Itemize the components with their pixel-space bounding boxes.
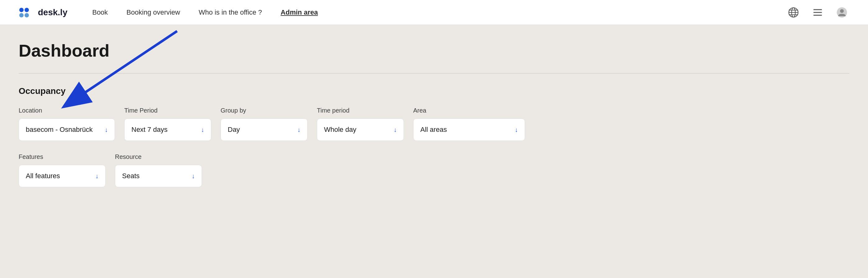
logo[interactable]: desk.ly [19,7,67,18]
nav-admin-area[interactable]: Admin area [281,8,318,17]
location-select[interactable]: basecom - Osnabrück ↓ [19,118,115,141]
group-by-select[interactable]: Day ↓ [221,118,308,141]
avatar-button[interactable] [834,5,849,20]
features-select[interactable]: All features ↓ [19,165,105,187]
svg-point-0 [19,8,24,12]
time-period-arrow-icon: ↓ [201,126,204,133]
features-label: Features [19,153,105,161]
area-value: All areas [420,126,447,134]
resource-label: Resource [115,153,202,161]
location-value: basecom - Osnabrück [26,126,93,134]
location-group: Location basecom - Osnabrück ↓ [19,107,115,141]
svg-point-3 [25,13,29,18]
svg-point-13 [840,9,844,13]
filter-row-2: Features All features ↓ Resource Seats ↓ [19,153,849,187]
main-content: Dashboard Occupancy Location basecom - O… [0,25,868,215]
header-right [786,5,849,20]
resource-arrow-icon: ↓ [192,173,195,180]
time-period2-select[interactable]: Whole day ↓ [317,118,404,141]
nav-who-in-office[interactable]: Who is in the office ? [199,8,262,17]
hamburger-icon [812,7,823,18]
group-by-group: Group by Day ↓ [221,107,308,141]
area-group: Area All areas ↓ [413,107,525,141]
header: desk.ly Book Booking overview Who is in … [0,0,868,25]
globe-button[interactable] [786,5,801,20]
time-period2-label: Time period [317,107,404,114]
occupancy-section: Occupancy Location basecom - Osnabrück ↓… [19,86,849,187]
time-period2-value: Whole day [324,126,356,134]
location-label: Location [19,107,115,114]
menu-button[interactable] [810,5,825,20]
divider [19,73,849,74]
group-by-label: Group by [221,107,308,114]
features-group: Features All features ↓ [19,153,105,187]
logo-label: desk.ly [38,7,67,18]
area-select[interactable]: All areas ↓ [413,118,525,141]
resource-select[interactable]: Seats ↓ [115,165,202,187]
nav-booking-overview[interactable]: Booking overview [126,8,180,17]
occupancy-title: Occupancy [19,86,849,96]
features-arrow-icon: ↓ [95,173,98,180]
resource-group: Resource Seats ↓ [115,153,202,187]
time-period-select[interactable]: Next 7 days ↓ [124,118,211,141]
nav-book[interactable]: Book [92,8,108,17]
filter-row-1: Location basecom - Osnabrück ↓ Time Peri… [19,107,849,141]
time-period2-group: Time period Whole day ↓ [317,107,404,141]
features-value: All features [26,172,60,180]
page-title: Dashboard [19,40,849,61]
svg-point-2 [19,13,24,18]
globe-icon [788,7,799,18]
time-period-label: Time Period [124,107,211,114]
location-arrow-icon: ↓ [105,126,108,133]
time-period-group: Time Period Next 7 days ↓ [124,107,211,141]
logo-svg [19,7,35,18]
main-nav: Book Booking overview Who is in the offi… [92,8,786,17]
svg-point-1 [25,8,29,12]
avatar-icon [836,7,847,18]
area-label: Area [413,107,525,114]
logo-icon [19,7,35,18]
time-period-value: Next 7 days [131,126,167,134]
area-arrow-icon: ↓ [515,126,518,133]
resource-value: Seats [122,172,140,180]
time-period2-arrow-icon: ↓ [394,126,397,133]
group-by-arrow-icon: ↓ [297,126,301,133]
group-by-value: Day [228,126,240,134]
